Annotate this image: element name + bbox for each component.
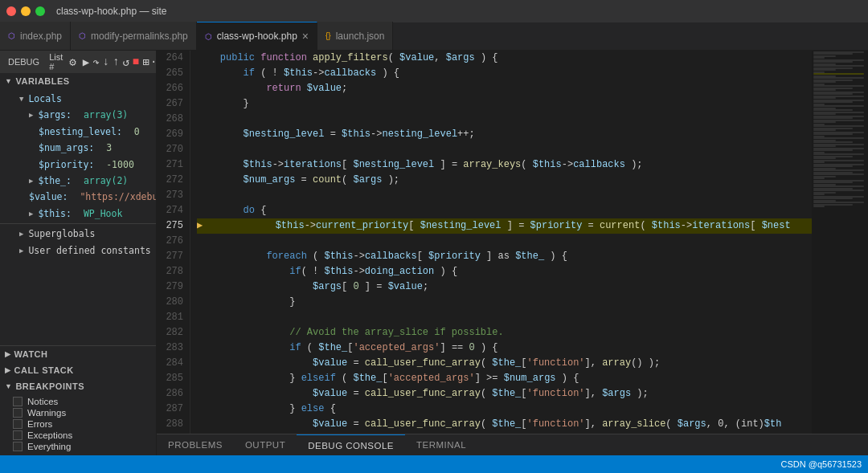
- watermark-text: CSDN @q56731523: [781, 459, 862, 469]
- minimap-line: [813, 93, 853, 95]
- minimap-line: [813, 57, 825, 59]
- code-line-265: if ( ! $this->callbacks ) {: [197, 66, 812, 81]
- tab-index[interactable]: ⬡ index.php: [0, 22, 71, 50]
- stop-icon[interactable]: ■: [133, 54, 139, 70]
- bp-checkbox-everything[interactable]: [13, 442, 23, 451]
- code-line-271: $this->iterations[ $nesting_level ] = ar…: [197, 157, 812, 173]
- continue-icon[interactable]: ▶: [83, 54, 89, 70]
- php-icon: ⬡: [205, 32, 212, 41]
- maximize-button[interactable]: [35, 6, 45, 16]
- minimap-line: [813, 161, 825, 163]
- chevron-right-icon: ▶: [5, 350, 11, 358]
- var-value[interactable]: $value: "https://xdebug...: [0, 189, 156, 205]
- step-out-icon[interactable]: ↑: [113, 54, 119, 70]
- tab-debug-console[interactable]: DEBUG CONSOLE: [297, 434, 405, 456]
- statusbar: CSDN @q56731523: [0, 455, 868, 473]
- tab-output[interactable]: OUTPUT: [234, 434, 297, 456]
- minimap-line: [813, 113, 836, 115]
- code-content[interactable]: public function apply_filters( $value, $…: [190, 51, 812, 434]
- sidebar-bottom: ▶ WATCH ▶ CALL STACK ▼ BREAKPOINTS Notic…: [0, 345, 156, 455]
- restart-icon[interactable]: ↺: [122, 54, 129, 70]
- bp-checkbox-notices[interactable]: [13, 397, 23, 406]
- bp-checkbox-exceptions[interactable]: [13, 430, 23, 440]
- call-stack-label: CALL STACK: [14, 365, 74, 375]
- minimap-line: [813, 121, 836, 123]
- json-icon: {}: [326, 31, 331, 40]
- var-name: Locals: [28, 92, 62, 106]
- superglobals-item[interactable]: ▶ Superglobals: [0, 226, 156, 242]
- step-over-icon[interactable]: ↷: [92, 54, 99, 70]
- tab-label: index.php: [20, 31, 62, 42]
- minimap-line: [813, 153, 864, 155]
- minimize-button[interactable]: [21, 6, 31, 16]
- var-nesting-level[interactable]: $nesting_level: 0: [0, 124, 156, 140]
- tab-launch[interactable]: {} launch.json: [317, 22, 393, 50]
- minimap-line: [813, 149, 853, 151]
- code-line-274: do {: [197, 203, 812, 218]
- code-line-268: [197, 112, 812, 127]
- code-container: 264 265 266 267 268 269 270 271 272 273 …: [157, 51, 868, 434]
- tab-close-icon[interactable]: ×: [302, 31, 309, 42]
- var-name: $the_:: [38, 173, 72, 188]
- watch-header[interactable]: ▶ WATCH: [0, 346, 156, 362]
- bp-checkbox-errors[interactable]: [13, 419, 23, 429]
- bp-label-exceptions: Exceptions: [27, 430, 72, 440]
- line-num: 277: [157, 249, 183, 264]
- breakpoints-header[interactable]: ▼ BREAKPOINTS: [0, 378, 156, 394]
- debug-console-label: DEBUG CONSOLE: [308, 441, 394, 451]
- var-name: $nesting_level:: [39, 124, 122, 139]
- var-value: WP_Hook: [84, 206, 122, 221]
- var-priority[interactable]: $priority: -1000: [0, 157, 156, 173]
- bp-everything[interactable]: Everything: [13, 441, 156, 452]
- tab-terminal[interactable]: TERMINAL: [405, 434, 477, 456]
- var-name: $args:: [38, 108, 72, 122]
- line-num: 283: [157, 340, 183, 356]
- var-args[interactable]: ▶ $args: array(3): [0, 107, 156, 123]
- minimap-line: [813, 81, 836, 83]
- var-num-args[interactable]: $num_args: 3: [0, 140, 156, 156]
- line-num: 285: [157, 371, 183, 386]
- line-num: 272: [157, 173, 183, 188]
- minimap-line: [813, 157, 836, 159]
- close-button[interactable]: [6, 6, 16, 16]
- code-line-276: [197, 234, 812, 249]
- code-line-275-debug: ▶ $this->current_priority[ $nesting_leve…: [197, 218, 812, 234]
- bp-checkbox-warnings[interactable]: [13, 408, 23, 418]
- line-num: 288: [157, 417, 183, 432]
- step-into-icon[interactable]: ↓: [103, 54, 109, 70]
- bp-warnings[interactable]: Warnings: [13, 407, 156, 418]
- call-stack-header[interactable]: ▶ CALL STACK: [0, 362, 156, 378]
- code-line-273: [197, 188, 812, 203]
- line-num: 282: [157, 325, 183, 340]
- line-num: 281: [157, 310, 183, 325]
- tab-modify-permalinks[interactable]: ⬡ modify-permalinks.php: [71, 22, 197, 50]
- bottom-tabs: PROBLEMS OUTPUT DEBUG CONSOLE TERMINAL: [157, 434, 868, 455]
- bp-exceptions[interactable]: Exceptions: [13, 430, 156, 441]
- var-the[interactable]: ▶ $the_: array(2): [0, 173, 156, 189]
- bp-label-errors: Errors: [27, 419, 52, 429]
- line-num: 265: [157, 66, 183, 81]
- debug-arrow-icon: ▶: [197, 218, 203, 234]
- user-defined-item[interactable]: ▶ User defined constants: [0, 243, 156, 259]
- variables-header[interactable]: ▼ VARIABLES: [0, 73, 156, 89]
- debug-label: DEBUG: [5, 55, 43, 68]
- layout-icon[interactable]: ⊞: [142, 54, 149, 70]
- code-line-280: }: [197, 295, 812, 310]
- minimap-line: [813, 137, 864, 139]
- chevron-right-icon: ▶: [5, 366, 11, 374]
- locals-item[interactable]: ▼ Locals: [0, 91, 156, 107]
- settings-icon[interactable]: ⚙: [69, 54, 76, 70]
- minimap-line: [813, 145, 836, 147]
- line-num: 274: [157, 203, 183, 218]
- var-this[interactable]: ▶ $this: WP_Hook: [0, 206, 156, 222]
- line-num: 270: [157, 142, 183, 157]
- line-num: 279: [157, 279, 183, 295]
- bp-notices[interactable]: Notices: [13, 396, 156, 407]
- var-value: 0: [134, 124, 140, 139]
- var-value: -1000: [106, 157, 134, 172]
- tab-problems[interactable]: PROBLEMS: [157, 434, 234, 456]
- line-num-current: 275: [157, 218, 183, 234]
- line-num: 273: [157, 188, 183, 203]
- tab-class-wp-hook[interactable]: ⬡ class-wp-hook.php ×: [197, 22, 317, 50]
- bp-errors[interactable]: Errors: [13, 418, 156, 430]
